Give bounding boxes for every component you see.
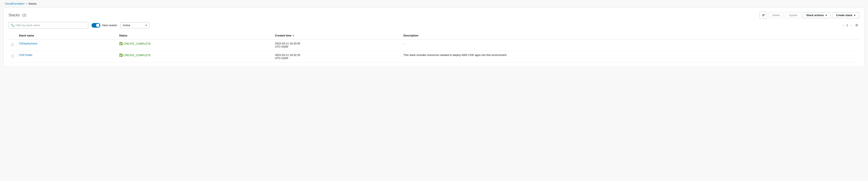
create-stack-label: Create stack (836, 13, 852, 17)
stack-name-cell: S3DeployStack (16, 39, 117, 51)
stack-name-link-s3deploy[interactable]: S3DeployStack (19, 42, 37, 45)
stack-radio-s3deploy[interactable] (11, 43, 14, 46)
title-count: (2) (22, 13, 26, 17)
status-cell-s3deploy: ✅ CREATE_COMPLETE (117, 39, 272, 51)
col-status: Status (117, 32, 272, 39)
table-header-row: Stack name Status Created time ▼ Descrip… (8, 32, 860, 39)
col-stack-name: Stack name (16, 32, 117, 39)
search-icon: 🔍 (11, 24, 14, 27)
stack-actions-caret-icon: ▼ (825, 14, 827, 17)
title-text: Stacks (8, 13, 20, 17)
toolbar-actions: ↺ Delete Update Stack actions ▼ Create s… (760, 12, 860, 19)
toolbar: Stacks (2) ↺ Delete Update Stack actions… (8, 12, 860, 19)
toggle-switch[interactable] (92, 23, 100, 28)
prev-icon: ‹ (843, 24, 844, 27)
create-stack-caret-icon: ▼ (854, 14, 856, 17)
description-cell-s3deploy: - (401, 39, 860, 51)
status-check-icon: ✅ (119, 53, 123, 57)
breadcrumb-bar: CloudFormation > Stacks (0, 0, 868, 7)
toggle-thumb (96, 24, 99, 27)
breadcrumb-separator: > (26, 2, 27, 5)
next-icon: › (850, 24, 851, 27)
status-check-icon: ✅ (119, 42, 123, 45)
breadcrumb-parent-link[interactable]: CloudFormation (5, 2, 25, 5)
stack-actions-label: Stack actions (806, 13, 824, 17)
toggle-track (92, 23, 100, 28)
settings-icon: ⚙ (855, 24, 858, 27)
created-time-cell-cdktoolkit: 2022-03-11 18:32:25UTC+0200 (272, 51, 401, 62)
next-page-button[interactable]: › (849, 23, 853, 28)
col-radio (8, 32, 16, 39)
col-created-time[interactable]: Created time ▼ (272, 32, 401, 39)
status-text-s3deploy: CREATE_COMPLETE (124, 42, 151, 45)
toolbar-title: Stacks (2) (8, 13, 26, 18)
status-cell-cdktoolkit: ✅ CREATE_COMPLETE (117, 51, 272, 62)
sort-icon: ▼ (292, 34, 294, 37)
table-row: CDKToolkit ✅ CREATE_COMPLETE 2022-03-11 … (8, 51, 860, 62)
created-time-cell-s3deploy: 2022-03-11 18:33:45UTC+0200 (272, 39, 401, 51)
refresh-icon: ↺ (762, 13, 765, 17)
view-nested-toggle[interactable]: View nested (92, 23, 117, 28)
stack-name-cell: CDKToolkit (16, 51, 117, 62)
search-input[interactable] (8, 22, 88, 29)
main-content: Stacks (2) ↺ Delete Update Stack actions… (3, 7, 865, 67)
update-button[interactable]: Update (785, 12, 801, 18)
prev-page-button[interactable]: ‹ (841, 23, 845, 28)
active-filter-select[interactable]: Active Deleted All (120, 22, 150, 28)
stacks-table: Stack name Status Created time ▼ Descrip… (8, 32, 860, 62)
description-cell-cdktoolkit: This stack includes resources needed to … (401, 51, 860, 62)
filter-bar: 🔍 View nested Active Deleted All ▼ ‹ 1 (8, 22, 860, 29)
page-number: 1 (846, 24, 848, 27)
view-nested-label: View nested (102, 24, 117, 27)
breadcrumb-current: Stacks (28, 2, 37, 5)
col-description: Description (401, 32, 860, 39)
stack-name-link-cdktoolkit[interactable]: CDKToolkit (19, 53, 32, 57)
search-wrapper: 🔍 (8, 22, 88, 29)
radio-cell[interactable] (8, 39, 16, 51)
table-row: S3DeployStack ✅ CREATE_COMPLETE 2022-03-… (8, 39, 860, 51)
delete-button[interactable]: Delete (769, 12, 784, 18)
col-created-time-label: Created time (275, 34, 291, 37)
create-stack-button[interactable]: Create stack ▼ (833, 12, 860, 18)
radio-cell[interactable] (8, 51, 16, 62)
pagination-bar: ‹ 1 › ⚙ (841, 23, 860, 28)
status-text-cdktoolkit: CREATE_COMPLETE (124, 54, 151, 57)
stack-radio-cdktoolkit[interactable] (11, 55, 14, 58)
active-filter-dropdown: Active Deleted All ▼ (120, 22, 150, 28)
settings-button[interactable]: ⚙ (854, 23, 860, 28)
stack-actions-button[interactable]: Stack actions ▼ (803, 12, 831, 18)
refresh-button[interactable]: ↺ (760, 12, 767, 19)
